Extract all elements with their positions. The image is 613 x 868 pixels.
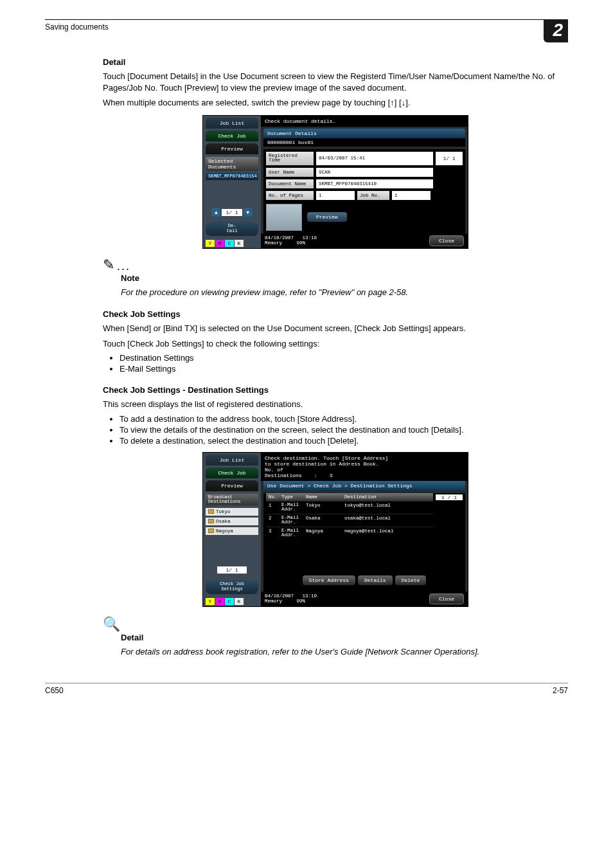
toner-levels: YMCK	[206, 598, 258, 605]
para: When multiple documents are selected, sw…	[103, 97, 568, 109]
selected-documents-header: Selected Documents	[206, 157, 258, 171]
close-button[interactable]: Close	[429, 593, 464, 604]
footer-left: C650	[45, 686, 64, 695]
note-icon: ✎	[103, 257, 114, 273]
destination-item[interactable]: Osaka	[206, 518, 258, 525]
details-button[interactable]: Details	[358, 575, 393, 585]
heading-destination-settings: Check Job Settings - Destination Setting…	[103, 385, 568, 395]
top-message: Check document details.	[261, 116, 468, 127]
para: Touch [Document Details] in the Use Docu…	[103, 71, 568, 93]
table-header: No. Type Name Destination	[266, 493, 433, 501]
page-up-icon[interactable]: ▲	[211, 208, 220, 217]
mail-icon	[208, 509, 214, 514]
top-message: Check destination. Touch [Store Address]…	[261, 453, 468, 481]
status-area: 04/10/2007 13:19 Memory 99%	[265, 593, 317, 604]
page-counter: 1 / 1	[436, 494, 463, 500]
list-item: To add a destination to the address book…	[120, 414, 568, 424]
heading-detail: Detail	[103, 57, 568, 67]
list-item: To view the details of the destination o…	[120, 425, 568, 435]
note-label: Note	[121, 273, 568, 283]
tab-preview[interactable]: Preview	[206, 143, 258, 154]
pages-label: No. of Pages	[266, 191, 314, 200]
page-down-icon[interactable]: ▼	[244, 208, 253, 217]
document-name-label: Document Name	[266, 179, 314, 188]
breadcrumb: Use Document > Check Job > Destination S…	[263, 481, 465, 491]
broadcast-destinations-header: Broadcast Destinations	[206, 494, 258, 505]
table-row[interactable]: 2E-Mail Addr.Osakaosaka@test.local	[266, 514, 433, 527]
heading-check-job-settings: Check Job Settings	[103, 309, 568, 319]
list-item: E-Mail Settings	[120, 364, 568, 374]
document-name-value: SKMBT_MFP07040315410	[316, 179, 433, 188]
screenshot-destination-settings: Job List Check Job Preview Broadcast Des…	[202, 452, 468, 607]
para: Touch [Check Job Settings] to check the …	[103, 338, 568, 350]
detail-button[interactable]: De- tail	[206, 222, 258, 235]
document-details-sub: 000000001 box01	[263, 138, 465, 147]
job-no-label: Job No.	[357, 191, 389, 200]
mail-icon	[208, 529, 214, 533]
destination-item[interactable]: Nagoya	[206, 527, 258, 535]
section-title: Saving documents	[45, 23, 109, 32]
document-details-bar: Document Details	[263, 129, 465, 138]
chapter-badge: 2	[544, 19, 568, 42]
job-no-value: 1	[392, 191, 431, 200]
page-indicator: 1/ 1	[222, 209, 242, 216]
page-indicator: 1/ 1	[217, 566, 247, 574]
tab-job-list[interactable]: Job List	[206, 455, 258, 466]
screenshot-document-details: Job List Check Job Preview Selected Docu…	[202, 115, 468, 249]
pages-value: 1	[316, 191, 355, 200]
user-name-value: SCAN	[316, 168, 433, 177]
magnifier-icon: 🔍	[103, 616, 120, 633]
registered-time-value: 04/03/2007 15:41	[316, 152, 433, 165]
ellipsis-icon: ...	[117, 260, 130, 273]
list-item: To delete a destination, select the dest…	[120, 436, 568, 446]
destination-item[interactable]: Tokyo	[206, 508, 258, 516]
user-name-label: User Name	[266, 168, 314, 177]
check-job-settings-button[interactable]: Check Job Settings	[206, 580, 258, 593]
tab-job-list[interactable]: Job List	[206, 118, 258, 129]
close-button[interactable]: Close	[429, 235, 464, 246]
toner-levels: YMCK	[206, 240, 258, 247]
table-row[interactable]: 3E-Mail Addr.Nagoyanagoya@test.local	[266, 527, 433, 539]
para: When [Send] or [Bind TX] is selected on …	[103, 323, 568, 334]
registered-time-label: Registered Time	[266, 152, 314, 165]
selected-document-item[interactable]: SKMBT_MFP070403154	[206, 172, 258, 180]
tab-preview[interactable]: Preview	[206, 480, 258, 491]
mail-icon	[208, 519, 214, 523]
store-address-button[interactable]: Store Address	[303, 575, 355, 585]
page-counter: 1/ 1	[436, 152, 463, 165]
tab-check-job[interactable]: Check Job	[206, 467, 258, 478]
status-area: 04/10/2007 13:18 Memory 99%	[265, 235, 317, 246]
footer-right: 2-57	[553, 686, 568, 695]
preview-button[interactable]: Preview	[307, 212, 347, 222]
note-text: For the procedure on viewing preview ima…	[121, 287, 568, 298]
delete-button[interactable]: Delete	[395, 575, 427, 585]
detail-text: For details on address book registration…	[121, 646, 568, 658]
preview-thumbnail	[266, 204, 302, 231]
list-item: Destination Settings	[120, 353, 568, 363]
tab-check-job[interactable]: Check Job	[206, 131, 258, 141]
para: This screen displays the list of registe…	[103, 399, 568, 410]
detail-label: Detail	[121, 633, 568, 642]
table-row[interactable]: 1E-Mail Addr.Tokyotokyo@test.local	[266, 501, 433, 514]
